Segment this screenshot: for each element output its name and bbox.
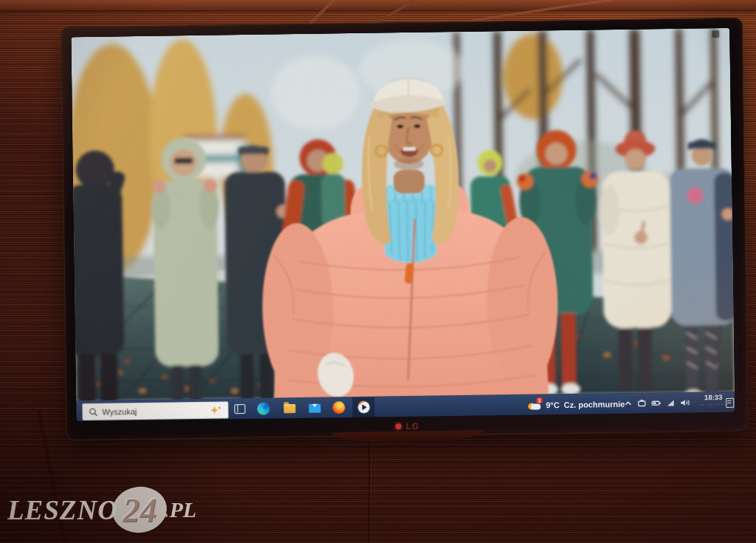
- tv-brand-logo: LG: [405, 420, 419, 431]
- edge-button[interactable]: [253, 399, 272, 419]
- watermark-prefix: LESZNO: [7, 494, 118, 526]
- battery-icon[interactable]: [651, 399, 661, 407]
- weather-temperature: 9°C: [546, 400, 560, 409]
- task-view-button[interactable]: [230, 399, 249, 419]
- task-view-icon: [234, 404, 245, 414]
- wallpaper-seam: [368, 432, 371, 543]
- tray-device-icon[interactable]: [637, 399, 646, 407]
- search-placeholder: Wyszukaj: [102, 406, 210, 416]
- watermark: LESZNO 24 .PL: [7, 480, 196, 539]
- action-center-icon[interactable]: [726, 398, 734, 408]
- weather-badge: 1: [536, 397, 543, 403]
- folder-icon: [284, 404, 295, 413]
- media-player-button[interactable]: [352, 397, 374, 417]
- tv-stand: [331, 431, 483, 445]
- file-explorer-button[interactable]: [280, 398, 299, 418]
- firefox-icon: [332, 401, 345, 414]
- edge-icon: [257, 403, 269, 415]
- hidden-icons-chevron[interactable]: [624, 400, 632, 408]
- sparkle-icon: [210, 405, 221, 415]
- search-icon: [89, 407, 97, 416]
- warm-cast: [71, 28, 735, 401]
- ceiling-molding: [0, 0, 756, 10]
- watermark-number: 24: [123, 491, 157, 530]
- tv-set: Wyszukaj: [61, 18, 749, 441]
- weather-widget[interactable]: 1 9°C Cz. pochmurnie: [528, 394, 625, 415]
- photo-canvas: { "photo": { "tv_brand": "LG", "watermar…: [0, 0, 756, 543]
- weather-icon: 1: [528, 400, 541, 410]
- power-led: [395, 423, 401, 429]
- volume-icon[interactable]: [680, 399, 690, 407]
- search-input[interactable]: Wyszukaj: [82, 401, 228, 420]
- firefox-button[interactable]: [329, 397, 348, 417]
- mail-button[interactable]: [305, 398, 324, 418]
- video-scene: [71, 28, 735, 401]
- system-tray: [624, 393, 690, 414]
- weather-condition: Cz. pochmurnie: [564, 399, 625, 409]
- network-icon[interactable]: [666, 399, 675, 407]
- screen-corner-artifact: [712, 30, 719, 38]
- mail-icon: [309, 403, 320, 412]
- media-player-icon: [357, 400, 371, 414]
- watermark-oval: 24: [109, 483, 170, 536]
- tv-screen: Wyszukaj: [71, 28, 735, 421]
- watermark-suffix: .PL: [164, 497, 196, 522]
